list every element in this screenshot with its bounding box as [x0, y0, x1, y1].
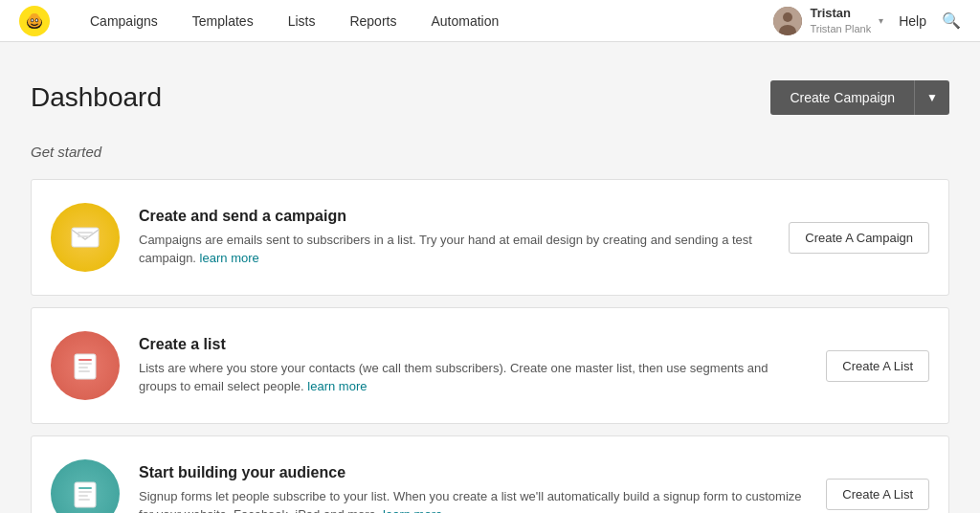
card-list-title: Create a list — [139, 336, 807, 353]
card-audience-action: Create A List — [826, 479, 929, 510]
nav-item-reports[interactable]: Reports — [332, 0, 413, 42]
card-audience-learn-more[interactable]: learn more — [383, 507, 442, 513]
card-list: Create a list Lists are where you store … — [31, 307, 949, 424]
card-audience-title: Start building your audience — [139, 464, 807, 481]
svg-rect-17 — [78, 363, 92, 365]
nav-user-sub: Tristan Plank — [810, 22, 871, 35]
svg-rect-23 — [78, 495, 88, 497]
svg-point-5 — [32, 19, 33, 21]
nav-item-templates[interactable]: Templates — [175, 0, 271, 42]
card-list-action-button[interactable]: Create A List — [826, 350, 929, 382]
brand-logo[interactable] — [19, 6, 50, 36]
nav-item-lists[interactable]: Lists — [271, 0, 333, 42]
svg-point-8 — [38, 16, 40, 19]
create-campaign-button[interactable]: Create Campaign — [770, 80, 914, 115]
card-list-desc: Lists are where you store your contacts … — [139, 359, 807, 396]
svg-rect-22 — [78, 491, 92, 493]
svg-rect-16 — [78, 359, 92, 361]
card-campaign-learn-more[interactable]: learn more — [200, 251, 259, 265]
search-icon[interactable]: 🔍 — [942, 11, 961, 30]
nav-item-automation[interactable]: Automation — [413, 0, 516, 42]
card-list-learn-more[interactable]: learn more — [307, 379, 367, 393]
svg-point-10 — [783, 12, 792, 22]
main-content: Dashboard Create Campaign ▼ Get started … — [11, 42, 969, 513]
svg-point-7 — [29, 16, 31, 19]
card-campaign-action: Create A Campaign — [789, 222, 929, 254]
svg-rect-24 — [78, 499, 90, 501]
card-list-action: Create A List — [826, 350, 929, 382]
get-started-label: Get started — [31, 144, 949, 160]
card-campaign-desc: Campaigns are emails sent to subscribers… — [139, 231, 769, 268]
card-campaign-body: Create and send a campaign Campaigns are… — [139, 208, 769, 268]
card-audience-action-button[interactable]: Create A List — [826, 479, 929, 510]
create-campaign-dropdown-button[interactable]: ▼ — [914, 80, 949, 115]
card-campaign-title: Create and send a campaign — [139, 208, 769, 225]
create-campaign-group: Create Campaign ▼ — [770, 80, 949, 115]
card-audience-icon — [51, 459, 120, 513]
card-campaign-icon — [51, 203, 120, 272]
card-list-icon — [51, 331, 120, 400]
card-audience-desc: Signup forms let people subscribe to you… — [139, 487, 807, 514]
nav-links: Campaigns Templates Lists Reports Automa… — [73, 0, 773, 42]
nav-right: Tristan Tristan Plank ▾ Help 🔍 — [773, 6, 961, 35]
navbar: Campaigns Templates Lists Reports Automa… — [0, 0, 980, 42]
svg-rect-19 — [78, 370, 90, 372]
svg-rect-13 — [78, 232, 93, 234]
chevron-down-icon: ▾ — [879, 15, 883, 26]
nav-user-name: Tristan — [810, 6, 871, 22]
nav-item-campaigns[interactable]: Campaigns — [73, 0, 175, 42]
card-campaign-action-button[interactable]: Create A Campaign — [789, 222, 929, 254]
card-list-body: Create a list Lists are where you store … — [139, 336, 807, 396]
help-link[interactable]: Help — [899, 13, 926, 29]
svg-point-6 — [36, 19, 38, 21]
card-audience-body: Start building your audience Signup form… — [139, 464, 807, 514]
avatar — [773, 7, 802, 35]
page-header: Dashboard Create Campaign ▼ — [31, 80, 949, 115]
svg-rect-21 — [78, 487, 92, 489]
nav-user-menu[interactable]: Tristan Tristan Plank ▾ — [773, 6, 883, 35]
card-audience: Start building your audience Signup form… — [31, 435, 949, 513]
card-campaign: Create and send a campaign Campaigns are… — [31, 179, 949, 296]
nav-user-info: Tristan Tristan Plank — [810, 6, 871, 35]
svg-rect-14 — [78, 235, 89, 237]
svg-rect-18 — [78, 367, 88, 368]
page-title: Dashboard — [31, 82, 162, 113]
